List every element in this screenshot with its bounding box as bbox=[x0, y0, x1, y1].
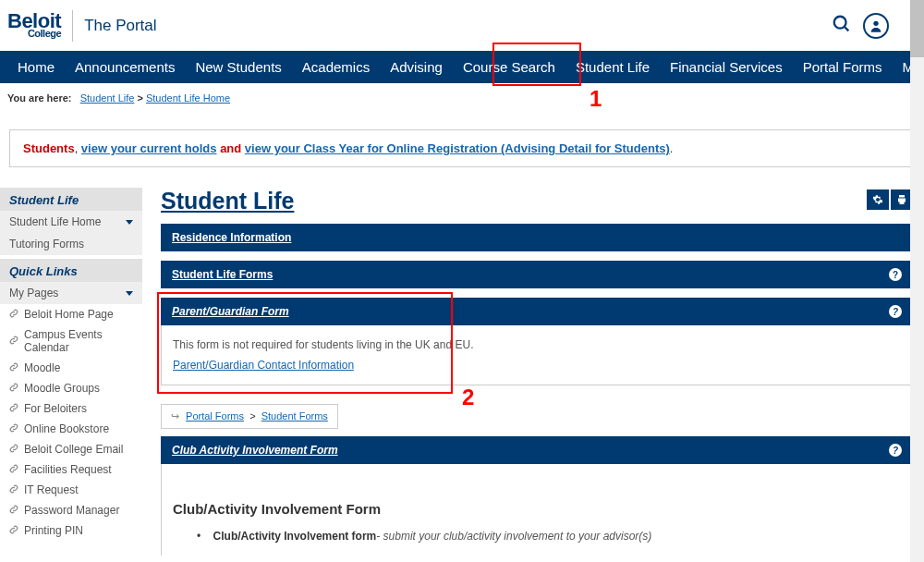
nav-student-life[interactable]: Student Life bbox=[565, 52, 660, 82]
parent-contact-link[interactable]: Parent/Guardian Contact Information bbox=[173, 359, 354, 372]
notice-banner: Students, view your current holds and vi… bbox=[9, 129, 915, 167]
card-student-life-forms: Student Life Forms ? bbox=[161, 261, 913, 288]
nav-advising[interactable]: Advising bbox=[380, 52, 453, 82]
chevron-down-icon bbox=[126, 220, 133, 225]
sidebar-section-student-life: Student Life bbox=[0, 188, 142, 211]
annotation-label-1: 1 bbox=[590, 86, 602, 112]
link-icon bbox=[9, 504, 18, 517]
svg-point-0 bbox=[834, 17, 846, 29]
user-icon[interactable] bbox=[863, 13, 889, 39]
parent-form-note: This form is not required for students l… bbox=[173, 338, 901, 351]
link-icon bbox=[9, 382, 18, 395]
link-icon bbox=[9, 308, 18, 321]
help-icon[interactable]: ? bbox=[889, 444, 902, 457]
logo-portal-text: The Portal bbox=[84, 17, 156, 35]
search-icon[interactable] bbox=[832, 14, 852, 37]
sidebar-quicklink[interactable]: Facilities Request bbox=[0, 459, 142, 480]
logo[interactable]: Beloit College The Portal bbox=[7, 10, 157, 42]
card-header-club-activity[interactable]: Club Activity Involvement Form ? bbox=[161, 436, 913, 464]
scrollbar-track[interactable] bbox=[910, 0, 924, 562]
sidebar-quicklink[interactable]: Moodle Groups bbox=[0, 378, 142, 398]
sidebar-section-quick-links: Quick Links bbox=[0, 259, 142, 282]
card-header-parent-guardian[interactable]: Parent/Guardian Form ? bbox=[161, 298, 913, 325]
notice-link-classyear[interactable]: view your Class Year for Online Registra… bbox=[245, 141, 670, 155]
sidebar-quicklink[interactable]: Beloit Home Page bbox=[0, 304, 142, 324]
sidebar-quicklink[interactable]: Beloit College Email bbox=[0, 439, 142, 459]
sidebar-quicklink[interactable]: IT Request bbox=[0, 480, 142, 500]
page-title: Student Life bbox=[161, 188, 294, 214]
link-icon bbox=[9, 443, 18, 456]
sidebar-quicklink[interactable]: For Beloiters bbox=[0, 398, 142, 419]
sidebar-quicklink[interactable]: Printing PIN bbox=[0, 520, 142, 541]
link-icon bbox=[9, 402, 18, 415]
card-header-residence[interactable]: Residence Information bbox=[161, 224, 913, 251]
club-form-title: Club/Activity Involvement Form bbox=[173, 501, 901, 517]
settings-button[interactable] bbox=[867, 189, 889, 210]
card-header-student-life-forms[interactable]: Student Life Forms ? bbox=[161, 261, 913, 288]
link-icon bbox=[9, 335, 18, 348]
sidebar-quicklink[interactable]: Online Bookstore bbox=[0, 419, 142, 439]
link-icon bbox=[9, 463, 18, 476]
logo-divider bbox=[72, 10, 73, 42]
sidebar-quicklink[interactable]: Password Manager bbox=[0, 500, 142, 520]
scrollbar-thumb[interactable] bbox=[910, 0, 924, 57]
nav-new-students[interactable]: New Students bbox=[185, 52, 291, 82]
link-icon bbox=[9, 361, 18, 374]
svg-point-2 bbox=[873, 20, 878, 25]
mini-breadcrumb: ↪ Portal Forms > Student Forms bbox=[161, 404, 338, 429]
sidebar-quicklink[interactable]: Moodle bbox=[0, 358, 142, 378]
nav-financial-services[interactable]: Financial Services bbox=[660, 52, 793, 82]
arrow-icon: ↪ bbox=[171, 410, 179, 422]
notice-link-holds[interactable]: view your current holds bbox=[81, 141, 217, 155]
chevron-down-icon bbox=[126, 291, 133, 296]
help-icon[interactable]: ? bbox=[889, 268, 902, 281]
sidebar-item-my-pages[interactable]: My Pages bbox=[0, 282, 142, 304]
club-form-bullet: Club/Activity Involvement form- submit y… bbox=[197, 530, 901, 543]
nav-portal-forms[interactable]: Portal Forms bbox=[793, 52, 893, 82]
card-residence: Residence Information bbox=[161, 224, 913, 251]
nav-academics[interactable]: Academics bbox=[292, 52, 380, 82]
svg-line-1 bbox=[845, 27, 849, 31]
breadcrumb-prefix: You are here: bbox=[7, 92, 72, 104]
help-icon[interactable]: ? bbox=[889, 305, 902, 318]
annotation-label-2: 2 bbox=[462, 385, 474, 410]
breadcrumb-link-2[interactable]: Student Life Home bbox=[146, 92, 230, 104]
sidebar-quicklink[interactable]: Campus Events Calendar bbox=[0, 324, 142, 358]
breadcrumb: You are here: Student Life > Student Lif… bbox=[0, 83, 924, 109]
mini-breadcrumb-portal-forms[interactable]: Portal Forms bbox=[186, 410, 244, 422]
nav-announcements[interactable]: Announcements bbox=[65, 52, 185, 82]
mini-breadcrumb-student-forms[interactable]: Student Forms bbox=[261, 410, 328, 422]
link-icon bbox=[9, 422, 18, 435]
sidebar: Student Life Student Life Home Tutoring … bbox=[0, 188, 142, 556]
sidebar-item-tutoring-forms[interactable]: Tutoring Forms bbox=[0, 233, 142, 255]
card-parent-guardian: Parent/Guardian Form ? This form is not … bbox=[161, 298, 913, 385]
card-club-activity: Club Activity Involvement Form ? Club/Ac… bbox=[161, 436, 913, 556]
main-nav: Home Announcements New Students Academic… bbox=[0, 51, 924, 83]
nav-home[interactable]: Home bbox=[7, 52, 65, 82]
notice-students: Students bbox=[23, 141, 75, 155]
sidebar-item-student-life-home[interactable]: Student Life Home bbox=[0, 211, 142, 233]
nav-course-search[interactable]: Course Search bbox=[453, 52, 565, 82]
breadcrumb-link-1[interactable]: Student Life bbox=[80, 92, 135, 104]
link-icon bbox=[9, 483, 18, 496]
link-icon bbox=[9, 524, 18, 537]
